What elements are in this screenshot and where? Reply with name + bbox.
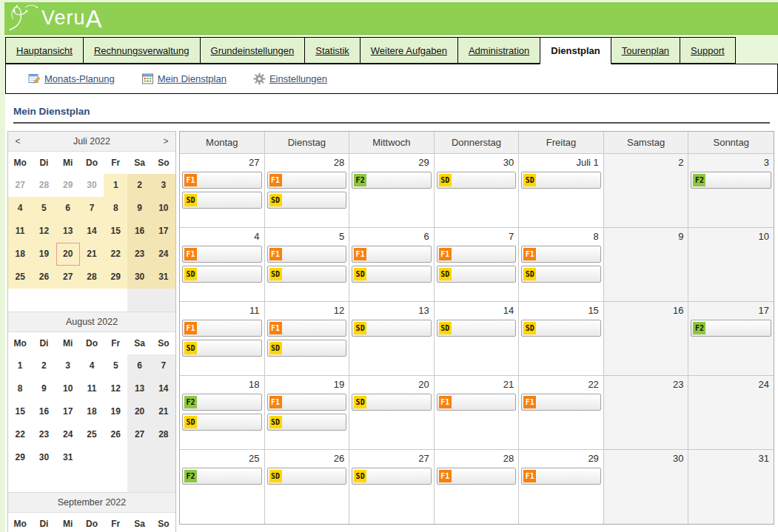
mini-day[interactable]: 9: [127, 197, 151, 220]
mini-day[interactable]: 17: [56, 400, 80, 423]
mini-day[interactable]: 17: [152, 220, 175, 243]
shift-entry[interactable]: SD: [352, 320, 432, 337]
mini-day[interactable]: 15: [8, 400, 32, 423]
mini-day[interactable]: 12: [32, 220, 56, 243]
shift-entry[interactable]: F1: [182, 172, 262, 189]
mini-day[interactable]: 12: [104, 377, 127, 400]
mini-day[interactable]: 30: [32, 446, 56, 469]
mini-day[interactable]: 10: [56, 377, 80, 400]
mini-day[interactable]: 2: [127, 174, 151, 197]
mini-day[interactable]: 13: [56, 220, 80, 243]
mini-day[interactable]: 16: [127, 220, 151, 243]
monats-planung-link[interactable]: Monats-Planung: [28, 73, 115, 85]
tab-dienstplan[interactable]: Dienstplan: [540, 37, 611, 64]
mini-day[interactable]: 14: [80, 220, 104, 243]
tab-rechnungsverwaltung[interactable]: Rechnungsverwaltung: [83, 37, 201, 64]
mini-day[interactable]: 30: [127, 266, 151, 289]
mini-day[interactable]: 16: [32, 400, 56, 423]
tab-tourenplan[interactable]: Tourenplan: [611, 37, 680, 64]
shift-entry[interactable]: SD: [267, 340, 347, 357]
shift-entry[interactable]: SD: [352, 394, 432, 411]
shift-entry[interactable]: SD: [437, 266, 517, 283]
mini-day[interactable]: 25: [80, 423, 104, 446]
mini-day[interactable]: 31: [152, 266, 175, 289]
mini-day[interactable]: 14: [152, 377, 175, 400]
shift-entry[interactable]: F1: [267, 172, 347, 189]
mini-day[interactable]: 27: [127, 423, 151, 446]
mini-day[interactable]: 19: [104, 400, 127, 423]
shift-entry[interactable]: F1: [267, 394, 347, 411]
mini-day[interactable]: 24: [152, 243, 175, 266]
shift-entry[interactable]: SD: [182, 340, 262, 357]
mini-day[interactable]: 1: [104, 174, 127, 197]
mini-day[interactable]: 11: [80, 377, 104, 400]
tab-hauptansicht[interactable]: Hauptansicht: [5, 37, 84, 64]
mini-day[interactable]: 29: [104, 266, 127, 289]
mini-day[interactable]: 3: [152, 174, 175, 197]
mini-day[interactable]: 9: [32, 377, 56, 400]
mini-day[interactable]: 1: [8, 354, 32, 377]
mini-day[interactable]: 23: [32, 423, 56, 446]
mini-day[interactable]: 13: [127, 377, 151, 400]
shift-entry[interactable]: F1: [521, 468, 601, 485]
tab-grundeinstellungen[interactable]: Grundeinstellungen: [200, 37, 306, 64]
shift-entry[interactable]: SD: [352, 468, 432, 485]
shift-entry[interactable]: SD: [267, 468, 347, 485]
shift-entry[interactable]: SD: [267, 192, 347, 209]
mini-day[interactable]: 6: [127, 354, 151, 377]
mini-day[interactable]: 4: [8, 197, 32, 220]
mini-day[interactable]: 21: [80, 243, 104, 266]
mini-day[interactable]: 27: [56, 266, 80, 289]
shift-entry[interactable]: F2: [182, 394, 262, 411]
mini-day[interactable]: 7: [80, 197, 104, 220]
mini-day[interactable]: 5: [32, 197, 56, 220]
mini-day[interactable]: 10: [152, 197, 175, 220]
shift-entry[interactable]: F1: [521, 394, 601, 411]
shift-entry[interactable]: F1: [521, 246, 601, 263]
shift-entry[interactable]: F2: [182, 468, 262, 485]
mein-dienstplan-link[interactable]: Mein Dienstplan: [141, 73, 227, 85]
shift-entry[interactable]: SD: [437, 172, 517, 189]
shift-entry[interactable]: SD: [521, 266, 601, 283]
mini-day[interactable]: 3: [56, 354, 80, 377]
shift-entry[interactable]: F2: [352, 172, 432, 189]
mini-day[interactable]: 6: [56, 197, 80, 220]
tab-support[interactable]: Support: [680, 37, 736, 64]
shift-entry[interactable]: SD: [182, 192, 262, 209]
mini-day[interactable]: 8: [104, 197, 127, 220]
shift-entry[interactable]: SD: [521, 172, 601, 189]
mini-day[interactable]: 25: [8, 266, 32, 289]
mini-day[interactable]: 22: [8, 423, 32, 446]
mini-day[interactable]: 18: [80, 400, 104, 423]
mini-day[interactable]: 2: [32, 354, 56, 377]
shift-entry[interactable]: SD: [521, 320, 601, 337]
mini-day[interactable]: 20: [127, 400, 151, 423]
mini-day[interactable]: 28: [80, 266, 104, 289]
mini-day[interactable]: 28: [152, 423, 175, 446]
mini-day[interactable]: 19: [32, 243, 56, 266]
einstellungen-link[interactable]: Einstellungen: [253, 73, 327, 85]
mini-day[interactable]: 18: [8, 243, 32, 266]
shift-entry[interactable]: SD: [267, 266, 347, 283]
mini-day[interactable]: 26: [104, 423, 127, 446]
shift-entry[interactable]: F1: [267, 246, 347, 263]
mini-day[interactable]: 31: [56, 446, 80, 469]
shift-entry[interactable]: F1: [182, 246, 262, 263]
mini-day[interactable]: 30: [80, 174, 104, 197]
shift-entry[interactable]: F2: [691, 320, 771, 337]
shift-entry[interactable]: SD: [352, 266, 432, 283]
mini-day[interactable]: 22: [104, 243, 127, 266]
mini-day[interactable]: 23: [127, 243, 151, 266]
mini-day[interactable]: 28: [32, 174, 56, 197]
mini-day[interactable]: 27: [8, 174, 32, 197]
mini-day[interactable]: 4: [80, 354, 104, 377]
shift-entry[interactable]: SD: [182, 414, 262, 431]
mini-day[interactable]: 21: [152, 400, 175, 423]
shift-entry[interactable]: F1: [182, 320, 262, 337]
mini-day[interactable]: 8: [8, 377, 32, 400]
mini-day[interactable]: 24: [56, 423, 80, 446]
mini-day[interactable]: 26: [32, 266, 56, 289]
shift-entry[interactable]: SD: [267, 414, 347, 431]
shift-entry[interactable]: SD: [437, 320, 517, 337]
mini-day[interactable]: 15: [104, 220, 127, 243]
